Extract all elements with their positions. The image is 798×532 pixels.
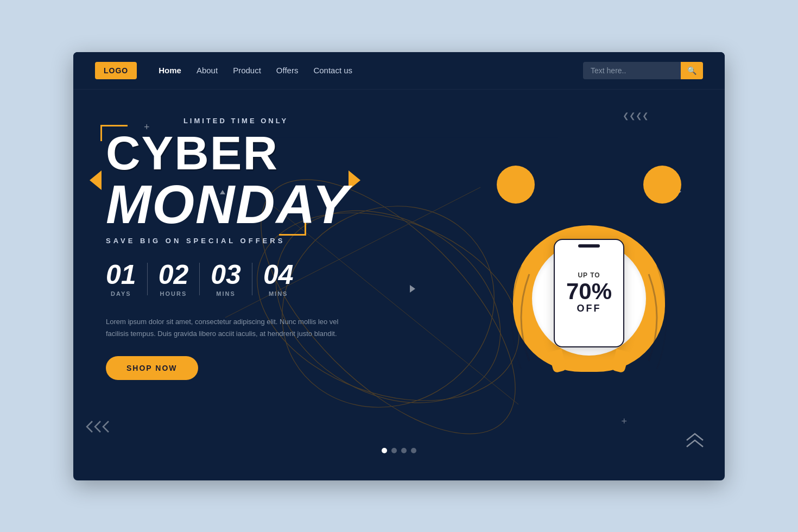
description-text: Lorem ipsum dolor sit amet, consectetur …: [106, 316, 345, 340]
clock-bell-right: [643, 166, 681, 204]
mins-number: 03: [211, 261, 241, 288]
clock-leg-right: [611, 349, 630, 373]
save-big-text: SAVE BIG ON SPECIAL OFFERS: [106, 237, 350, 245]
hero-clock: UP TO 70% OFF: [453, 90, 725, 480]
days-label: DAYS: [106, 290, 136, 297]
mins2-number: 04: [263, 261, 294, 288]
nav-offers[interactable]: Offers: [276, 66, 299, 75]
nav-links: Home About Product Offers Contact us: [159, 66, 352, 75]
clock-face: UP TO 70% OFF: [532, 242, 646, 356]
count-mins2: 04 MINS: [252, 261, 305, 297]
page-wrapper: LOGO Home About Product Offers Contact u…: [73, 52, 725, 480]
countdown-timer: 01 DAYS 02 HOURS 03 MINS 04 MINS: [106, 261, 350, 297]
deco-arrows-bottom-left: [84, 419, 117, 437]
dot-3[interactable]: [401, 448, 407, 453]
count-days: 01 DAYS: [106, 261, 147, 297]
clock-bell-left: [497, 166, 535, 204]
navbar: LOGO Home About Product Offers Contact u…: [73, 52, 725, 90]
deco-arrows-bottom-right: [684, 424, 706, 453]
clock-body: UP TO 70% OFF: [513, 225, 665, 372]
nav-product[interactable]: Product: [233, 66, 261, 75]
dot-2[interactable]: [391, 448, 397, 453]
monday-title: MONDAY: [106, 177, 350, 231]
cyber-monday-wrapper: CYBER MONDAY: [106, 129, 350, 231]
nav-about[interactable]: About: [197, 66, 218, 75]
nav-home[interactable]: Home: [159, 66, 181, 75]
arrow-right-deco: [349, 170, 360, 190]
search-bar: 🔍: [583, 62, 703, 79]
dot-1[interactable]: [382, 448, 387, 453]
logo[interactable]: LOGO: [95, 62, 137, 79]
limited-time-text: LIMITED TIME ONLY: [106, 117, 350, 125]
clock-leg-left: [548, 349, 567, 373]
percent-text: 70%: [566, 280, 612, 303]
count-mins: 03 MINS: [200, 261, 252, 297]
hours-label: HOURS: [159, 290, 189, 297]
alarm-clock: UP TO 70% OFF: [486, 182, 692, 388]
discount-display: UP TO 70% OFF: [561, 266, 617, 320]
pagination-dots: [382, 448, 416, 453]
search-button[interactable]: 🔍: [681, 62, 703, 79]
off-text: OFF: [566, 303, 612, 314]
up-to-text: UP TO: [566, 271, 612, 279]
hero-content: LIMITED TIME ONLY CYBER MONDAY SAVE BIG …: [106, 117, 350, 380]
phone-discount-overlay: UP TO 70% OFF: [554, 239, 624, 347]
shop-now-button[interactable]: SHOP NOW: [106, 356, 198, 380]
phone-notch: [578, 244, 600, 248]
cyber-title: CYBER: [106, 129, 350, 177]
search-input[interactable]: [583, 62, 681, 79]
dot-4[interactable]: [411, 448, 416, 453]
count-hours: 02 HOURS: [148, 261, 200, 297]
arrow-left-deco: [90, 170, 102, 190]
days-number: 01: [106, 261, 136, 288]
mins-label: MINS: [211, 290, 241, 297]
deco-triangle-mid: [410, 285, 415, 293]
hours-number: 02: [159, 261, 189, 288]
mins2-label: MINS: [263, 290, 294, 297]
hero-section: + + + ❮❮❮❮ LIMITED TIME ONLY CYBER MONDA…: [73, 90, 725, 480]
nav-contact[interactable]: Contact us: [313, 66, 352, 75]
